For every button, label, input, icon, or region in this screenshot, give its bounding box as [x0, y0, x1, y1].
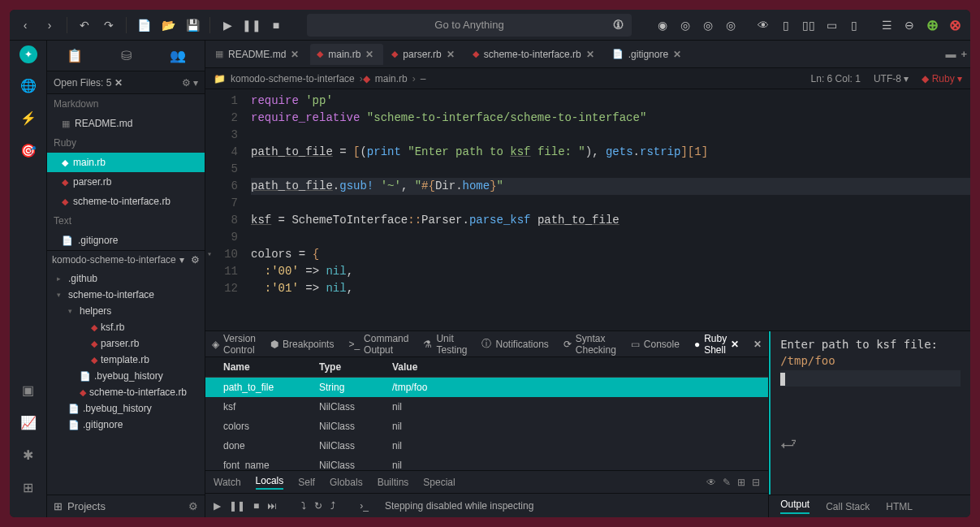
project-gear-icon[interactable]: ⚙	[191, 254, 200, 266]
tab-close-icon[interactable]: ✕	[586, 49, 594, 60]
open-file-item[interactable]: ◆ scheme-to-interface.rb	[47, 192, 205, 211]
scope-tab-builtins[interactable]: Builtins	[378, 477, 409, 488]
ruby-shell[interactable]: Enter path to ksf file: /tmp/foo ⮐	[769, 331, 970, 495]
scope-tab-watch[interactable]: Watch	[214, 477, 241, 488]
tab-indicator-icon[interactable]: ▬	[945, 48, 956, 60]
activity-icon-4[interactable]: 🎯	[18, 140, 39, 161]
bottom-tab-syntax-checking[interactable]: ⟳Syntax Checking	[563, 333, 616, 356]
project-header[interactable]: komodo-scheme-to-interface ▾ ⚙	[47, 250, 205, 269]
editor-tab[interactable]: ◆ scheme-to-interface.rb ✕	[466, 44, 604, 65]
debug-step-over-icon[interactable]: ↻	[314, 500, 322, 512]
debug-console-icon[interactable]: ›_	[360, 500, 369, 512]
open-file-item[interactable]: ▦ README.md	[47, 114, 205, 133]
circle-icon-1[interactable]: ◎	[675, 15, 696, 36]
open-folder-button[interactable]: 📂	[158, 15, 179, 36]
add-icon[interactable]: ⊕	[922, 15, 943, 36]
variable-row[interactable]: ksfNilClassnil	[205, 397, 768, 417]
minus-icon[interactable]: ⊟	[752, 477, 760, 488]
tree-item[interactable]: ▾ scheme-to-interface	[47, 287, 205, 303]
pause-button[interactable]: ❚❚	[241, 15, 262, 36]
save-button[interactable]: 💾	[182, 15, 203, 36]
shell-tab-html[interactable]: HTML	[886, 501, 913, 512]
debug-play-button[interactable]: ▶	[214, 500, 221, 512]
terminal-icon[interactable]: ▣	[18, 379, 39, 400]
tree-item[interactable]: 📄 .byebug_history	[47, 368, 205, 384]
debug-pause-button[interactable]: ❚❚	[229, 500, 245, 512]
open-file-item[interactable]: ◆ main.rb	[47, 153, 205, 172]
tab-close-icon[interactable]: ✕	[291, 49, 299, 60]
editor-tab[interactable]: ▦ README.md ✕	[209, 44, 309, 65]
scope-tab-self[interactable]: Self	[298, 477, 315, 488]
tab-close-icon[interactable]: ✕	[673, 49, 681, 60]
edit-icon[interactable]: ✎	[723, 477, 731, 488]
tree-item[interactable]: 📄 .gitignore	[47, 417, 205, 433]
tab-close-icon[interactable]: ✕	[447, 49, 455, 60]
encoding-label[interactable]: UTF-8 ▾	[874, 73, 909, 84]
globe-icon[interactable]: 🌐	[18, 75, 39, 96]
variable-row[interactable]: doneNilClassnil	[205, 436, 768, 456]
tab-close-icon[interactable]: ✕	[365, 49, 373, 60]
open-files-close[interactable]: ✕	[114, 77, 123, 89]
star-icon[interactable]: ✱	[18, 444, 39, 465]
graph-icon[interactable]: 📈	[18, 412, 39, 433]
tree-item[interactable]: ◆ scheme-to-interface.rb	[47, 384, 205, 400]
menu-icon[interactable]: ☰	[876, 15, 897, 36]
shell-tab-call-stack[interactable]: Call Stack	[826, 501, 870, 512]
layout-icon-4[interactable]: ▯	[844, 15, 865, 36]
sidebar-tab-db-icon[interactable]: ⛁	[114, 41, 138, 70]
editor-tab[interactable]: ◆ parser.rb ✕	[385, 44, 464, 65]
forward-button[interactable]: ›	[39, 15, 60, 36]
variable-row[interactable]: font_nameNilClassnil	[205, 456, 768, 470]
layout-icon-2[interactable]: ▯▯	[798, 15, 819, 36]
stop-button[interactable]: ■	[266, 15, 287, 36]
redo-button[interactable]: ↷	[98, 15, 119, 36]
sidebar-tab-files-icon[interactable]: 📋	[60, 41, 89, 70]
layout-icon-1[interactable]: ▯	[775, 15, 797, 36]
tree-item[interactable]: ▸ .github	[47, 270, 205, 287]
language-label[interactable]: ◆ Ruby ▾	[922, 73, 962, 84]
debug-step-out-icon[interactable]: ⤴	[330, 500, 335, 512]
debug-step-button[interactable]: ⏭	[267, 500, 277, 512]
scope-tab-special[interactable]: Special	[423, 477, 455, 488]
record-macro-icon[interactable]: ◉	[652, 15, 673, 36]
scope-tab-globals[interactable]: Globals	[330, 477, 363, 488]
breadcrumb-symbol[interactable]: –	[416, 73, 431, 84]
bottom-tab-command-output[interactable]: >_Command Output	[348, 333, 408, 356]
eye-icon[interactable]: 👁	[706, 477, 716, 488]
bottom-tab-close-icon[interactable]: ✕	[731, 339, 739, 350]
variable-row[interactable]: path_to_fileString/tmp/foo	[205, 378, 768, 397]
bottom-tab-console[interactable]: ▭Console	[631, 339, 680, 350]
shell-tab-output[interactable]: Output	[780, 499, 809, 514]
bottom-tab-breakpoints[interactable]: ⬢Breakpoints	[270, 339, 334, 350]
circle-icon-2[interactable]: ◎	[697, 15, 719, 36]
bottom-tab-version-control[interactable]: ◈Version Control	[212, 333, 256, 356]
bottom-panel-close-icon[interactable]: ✕	[753, 339, 762, 350]
editor-tab[interactable]: 📄 .gitignore ✕	[606, 44, 691, 65]
breadcrumb-root[interactable]: komodo-scheme-to-interface	[226, 73, 360, 84]
bottom-tab-unit-testing[interactable]: ⚗Unit Testing	[423, 333, 467, 356]
sidebar-tab-users-icon[interactable]: 👥	[163, 41, 192, 70]
projects-gear-icon[interactable]: ⚙	[188, 500, 198, 512]
close-icon[interactable]: ⊗	[944, 15, 965, 36]
circle-icon-3[interactable]: ◎	[720, 15, 741, 36]
cursor-position[interactable]: Ln: 6 Col: 1	[811, 73, 861, 84]
scope-tab-locals[interactable]: Locals	[256, 475, 284, 490]
goto-anything-input[interactable]: Go to Anything 🛈	[307, 14, 632, 37]
minimize-icon[interactable]: ⊖	[899, 15, 920, 36]
tree-item[interactable]: ◆ template.rb	[47, 352, 205, 368]
run-button[interactable]: ▶	[217, 15, 238, 36]
variable-row[interactable]: colorsNilClassnil	[205, 417, 768, 436]
debug-stop-button[interactable]: ■	[253, 500, 259, 512]
tree-item[interactable]: 📄 .byebug_history	[47, 400, 205, 417]
new-file-button[interactable]: 📄	[133, 15, 154, 36]
view-eye-icon[interactable]: 👁	[753, 15, 774, 36]
undo-button[interactable]: ↶	[74, 15, 95, 36]
code-editor[interactable]: 123456789101112 require 'pp'require_rela…	[205, 89, 970, 330]
back-button[interactable]: ‹	[15, 15, 36, 36]
breadcrumb-file[interactable]: main.rb	[370, 73, 412, 84]
tree-item[interactable]: ◆ parser.rb	[47, 335, 205, 352]
tree-item[interactable]: ◆ ksf.rb	[47, 319, 205, 335]
bolt-icon[interactable]: ⚡	[18, 107, 39, 128]
activity-icon-1[interactable]: ✦	[19, 45, 37, 63]
open-files-gear-icon[interactable]: ⚙ ▾	[182, 77, 198, 89]
